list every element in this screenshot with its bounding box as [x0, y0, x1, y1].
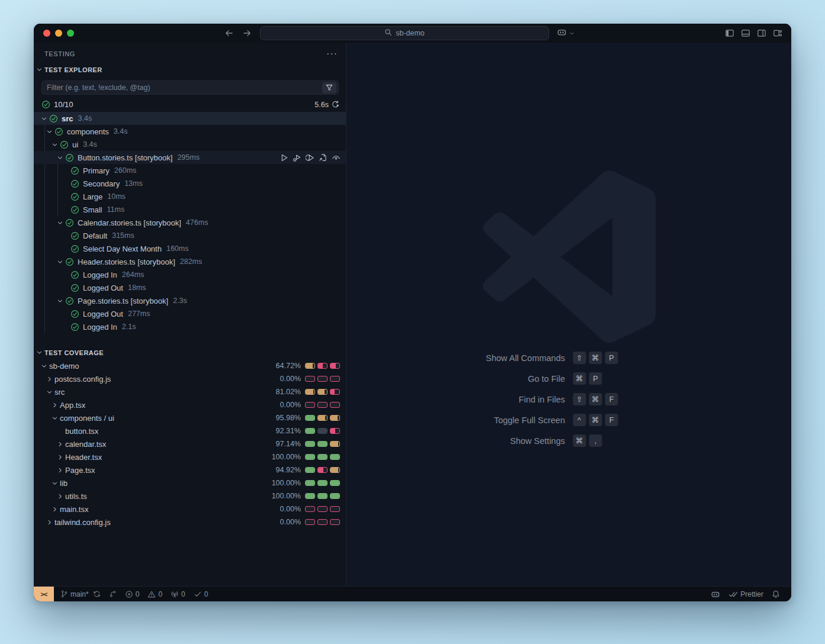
- coverage-row[interactable]: calendar.tsx97.14%: [34, 437, 346, 450]
- coverage-row[interactable]: Page.tsx94.92%: [34, 463, 346, 476]
- minimize-button[interactable]: [55, 30, 62, 37]
- run-icon[interactable]: [280, 153, 288, 162]
- toggle-panel-icon[interactable]: [741, 28, 750, 38]
- coverage-bar: [305, 441, 315, 447]
- test-row[interactable]: src3.4s: [34, 112, 346, 125]
- chevron-icon[interactable]: [46, 519, 54, 526]
- chevron-icon[interactable]: [57, 441, 65, 447]
- problems-status-item[interactable]: 0 0: [121, 587, 166, 601]
- chevron-icon[interactable]: [41, 363, 49, 369]
- test-label: Select Day Next Month: [83, 244, 162, 253]
- chevron-down-icon[interactable]: [57, 259, 65, 265]
- toggle-secondary-sidebar-icon[interactable]: [757, 28, 766, 38]
- chevron-down-icon[interactable]: [57, 154, 65, 161]
- source-control-graph-item[interactable]: [105, 587, 121, 601]
- chevron-icon[interactable]: [52, 506, 60, 513]
- test-row[interactable]: Primary260ms: [34, 164, 346, 177]
- chevron-icon[interactable]: [46, 376, 54, 382]
- test-duration: 264ms: [122, 271, 145, 279]
- chevron-down-icon[interactable]: [41, 115, 49, 122]
- chevron-icon[interactable]: [52, 480, 60, 487]
- chevron-icon[interactable]: [52, 402, 60, 408]
- continuous-run-icon[interactable]: [332, 153, 341, 162]
- coverage-row[interactable]: sb-demo64.72%: [34, 359, 346, 372]
- coverage-row[interactable]: main.tsx0.00%: [34, 503, 346, 516]
- search-value: sb-demo: [396, 29, 425, 37]
- test-coverage-section-header[interactable]: TEST COVERAGE: [34, 346, 346, 359]
- chevron-icon[interactable]: [57, 467, 65, 474]
- more-actions-icon[interactable]: ···: [326, 51, 338, 57]
- chevron-icon[interactable]: [52, 415, 60, 421]
- chevron-down-icon[interactable]: [52, 141, 60, 148]
- notifications-item[interactable]: [768, 590, 784, 598]
- filter-icon[interactable]: [322, 82, 336, 94]
- key-cap: ⇧: [573, 352, 586, 364]
- coverage-row[interactable]: Header.tsx100.00%: [34, 450, 346, 463]
- coverage-label: postcss.config.js: [54, 375, 111, 384]
- coverage-row[interactable]: App.tsx0.00%: [34, 398, 346, 411]
- chevron-down-icon[interactable]: [57, 220, 65, 226]
- forward-icon[interactable]: [242, 28, 252, 38]
- coverage-detail: 95.98%: [276, 414, 346, 422]
- copilot-menu[interactable]: [557, 27, 574, 40]
- test-row[interactable]: Page.stories.ts [storybook]2.3s: [34, 294, 346, 307]
- coverage-row[interactable]: src81.02%: [34, 385, 346, 398]
- test-row[interactable]: Button.stories.ts [storybook]295ms: [34, 151, 346, 164]
- coverage-row[interactable]: button.tsx92.31%: [34, 424, 346, 437]
- chevron-icon[interactable]: [46, 389, 54, 395]
- test-explorer-section-header[interactable]: TEST EXPLORER: [34, 63, 346, 76]
- coverage-row[interactable]: postcss.config.js0.00%: [34, 372, 346, 385]
- chevron-icon[interactable]: [57, 493, 65, 500]
- chevron-icon[interactable]: [57, 454, 65, 461]
- test-row[interactable]: Header.stories.ts [storybook]282ms: [34, 255, 346, 268]
- test-row[interactable]: Default315ms: [34, 229, 346, 242]
- test-row[interactable]: Secondary13ms: [34, 177, 346, 190]
- run-coverage-icon[interactable]: [306, 153, 314, 162]
- test-row[interactable]: ui3.4s: [34, 138, 346, 151]
- coverage-bar: [330, 376, 340, 382]
- chevron-down-icon[interactable]: [57, 298, 65, 304]
- coverage-bar: [330, 415, 340, 421]
- customize-layout-icon[interactable]: [773, 28, 782, 38]
- coverage-bar: [317, 467, 328, 473]
- zoom-button[interactable]: [67, 30, 74, 37]
- remote-indicator[interactable]: ><: [34, 587, 54, 602]
- pass-icon: [54, 127, 63, 136]
- coverage-row[interactable]: lib100.00%: [34, 476, 346, 490]
- command-center-search[interactable]: sb-demo: [260, 26, 549, 40]
- coverage-bar: [317, 519, 328, 525]
- copilot-status-item[interactable]: [707, 590, 724, 599]
- test-row[interactable]: Small11ms: [34, 203, 346, 216]
- test-filter-input[interactable]: [47, 83, 322, 92]
- coverage-row[interactable]: tailwind.config.js0.00%: [34, 516, 346, 529]
- coverage-bar: [330, 441, 340, 447]
- test-row[interactable]: Logged Out277ms: [34, 307, 346, 320]
- coverage-row[interactable]: components / ui95.98%: [34, 411, 346, 424]
- toggle-primary-sidebar-icon[interactable]: [725, 28, 734, 38]
- desktop-background: sb-demo TESTING ···: [0, 0, 825, 644]
- go-to-test-icon[interactable]: [319, 153, 328, 162]
- coverage-detail: 64.72%: [276, 362, 346, 370]
- chevron-down-icon[interactable]: [46, 128, 54, 135]
- close-button[interactable]: [43, 30, 50, 37]
- test-row[interactable]: Large10ms: [34, 190, 346, 203]
- rerun-tests-icon[interactable]: [331, 100, 340, 109]
- test-results-status-item[interactable]: 0: [190, 587, 213, 601]
- test-row[interactable]: Calendar.stories.ts [storybook]476ms: [34, 216, 346, 229]
- shortcut-keys: ⇧⌘F: [573, 393, 715, 405]
- test-duration: 476ms: [186, 218, 208, 227]
- test-row[interactable]: Select Day Next Month160ms: [34, 242, 346, 255]
- branch-status-item[interactable]: main*: [56, 587, 105, 601]
- pass-icon: [70, 310, 79, 318]
- test-label: Logged In: [83, 323, 117, 331]
- formatter-status-item[interactable]: Prettier: [724, 590, 768, 599]
- test-row[interactable]: Logged Out18ms: [34, 281, 346, 294]
- ports-status-item[interactable]: 0: [166, 587, 190, 601]
- test-label: components: [67, 127, 109, 136]
- debug-icon[interactable]: [293, 153, 301, 162]
- test-row[interactable]: Logged In2.1s: [34, 320, 346, 333]
- coverage-row[interactable]: utils.ts100.00%: [34, 490, 346, 503]
- back-icon[interactable]: [224, 28, 234, 38]
- test-row[interactable]: Logged In264ms: [34, 268, 346, 281]
- test-row[interactable]: components3.4s: [34, 125, 346, 138]
